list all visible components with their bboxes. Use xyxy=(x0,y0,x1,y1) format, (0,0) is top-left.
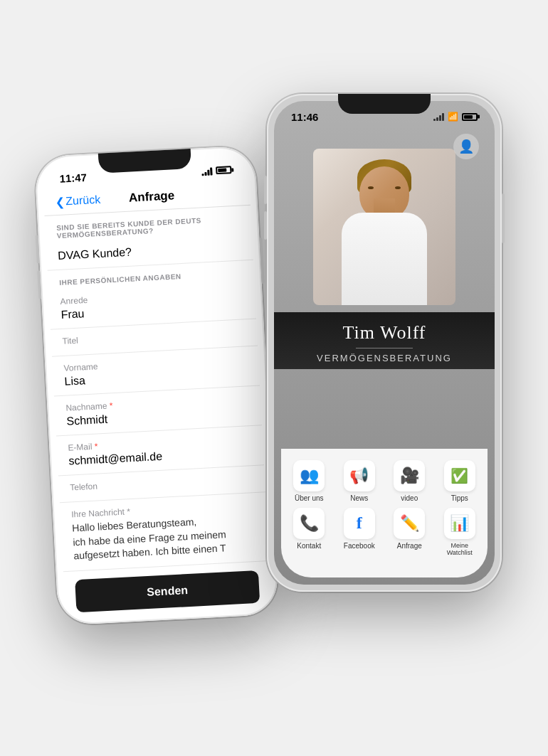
nachricht-row[interactable]: Ihre Nachricht * Hallo liebes Beratungst… xyxy=(59,492,269,572)
name-banner: Tim Wolff Vermögensberatung xyxy=(274,312,495,369)
battery-icon xyxy=(216,166,232,174)
person-body xyxy=(342,213,427,305)
nav-grid: 👥 Über uns 📢 News 🎥 video ✅ Tipps xyxy=(287,460,482,556)
ueber-uns-label: Über uns xyxy=(295,494,324,502)
dvag-kunde-value: DVAG Kunde? xyxy=(58,240,242,262)
titel-label: Titel xyxy=(62,326,246,346)
anfrage-label: Anfrage xyxy=(397,542,422,550)
meine-watchlist-icon: 📊 xyxy=(444,508,475,539)
kontakt-label: Kontakt xyxy=(297,542,321,550)
front-battery-icon xyxy=(462,113,478,121)
vol-down-button xyxy=(37,270,41,299)
facebook-label: Facebook xyxy=(344,542,375,550)
front-signal-icon xyxy=(433,112,444,121)
video-icon: 🎥 xyxy=(394,460,425,491)
front-side-btn xyxy=(502,193,505,243)
back-phone-screen: 11:47 ❮ Zurück xyxy=(41,152,271,617)
front-time-display: 11:46 xyxy=(291,111,318,123)
profile-subtitle: Vermögensberatung xyxy=(288,353,480,363)
profile-photo xyxy=(313,149,455,305)
anfrage-icon: ✏️ xyxy=(394,508,425,539)
phone-back: 11:47 ❮ Zurück xyxy=(34,145,279,625)
ueber-uns-icon: 👥 xyxy=(293,460,325,491)
nav-item-video[interactable]: 🎥 video xyxy=(387,460,432,502)
front-status-bar: 11:46 📶 xyxy=(274,101,495,127)
kontakt-icon: 📞 xyxy=(293,508,325,539)
name-divider xyxy=(356,348,413,348)
front-vol-down xyxy=(264,211,267,240)
nav-item-meine-watchlist[interactable]: 📊 Meine Watchlist xyxy=(438,508,483,556)
signal-icon xyxy=(201,166,213,175)
back-label: Zurück xyxy=(65,193,101,208)
news-label: News xyxy=(350,494,368,502)
nav-item-news[interactable]: 📢 News xyxy=(337,460,382,502)
back-button[interactable]: ❮ Zurück xyxy=(55,193,101,208)
profile-name: Tim Wolff xyxy=(288,322,480,344)
video-label: video xyxy=(401,494,418,502)
send-button[interactable]: Senden xyxy=(75,570,260,612)
side-button xyxy=(259,237,264,283)
wifi-icon: 📶 xyxy=(448,112,458,122)
phone-front: 11:46 📶 👤 xyxy=(267,94,502,592)
tipps-label: Tipps xyxy=(451,494,468,502)
person-icon: 👤 xyxy=(458,139,474,154)
nav-item-anfrage[interactable]: ✏️ Anfrage xyxy=(387,508,432,556)
nachricht-value: Hallo liebes Beratungsteam,ich habe da e… xyxy=(72,511,258,563)
front-phone-screen: 11:46 📶 👤 xyxy=(274,101,495,585)
tipps-icon: ✅ xyxy=(444,460,475,491)
form-content: SIND SIE BEREITS KUNDE DER DEUTSVERMÖGEN… xyxy=(44,205,271,617)
meine-watchlist-label: Meine Watchlist xyxy=(438,542,483,556)
chevron-left-icon: ❮ xyxy=(55,194,65,208)
front-vol-up xyxy=(264,176,267,204)
bottom-navigation: 👥 Über uns 📢 News 🎥 video ✅ Tipps xyxy=(281,449,488,577)
nav-title: Anfrage xyxy=(100,187,204,207)
front-status-icons: 📶 xyxy=(433,112,478,122)
time-display: 11:47 xyxy=(59,171,87,184)
vol-up-button xyxy=(36,235,40,263)
nav-item-kontakt[interactable]: 📞 Kontakt xyxy=(287,508,332,556)
news-icon: 📢 xyxy=(344,460,375,491)
scene: 11:47 ❮ Zurück xyxy=(25,37,523,720)
nav-item-facebook[interactable]: f Facebook xyxy=(337,508,382,556)
nav-item-tipps[interactable]: ✅ Tipps xyxy=(438,460,483,502)
telefon-label: Telefon xyxy=(70,473,253,492)
account-icon-button[interactable]: 👤 xyxy=(453,134,479,159)
facebook-icon: f xyxy=(344,508,375,539)
nav-item-ueber-uns[interactable]: 👥 Über uns xyxy=(287,460,332,502)
